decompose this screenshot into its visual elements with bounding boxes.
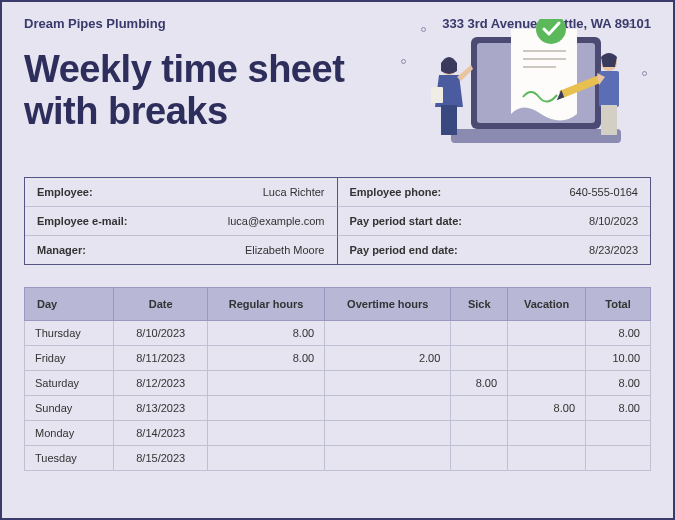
svg-rect-12 [601,105,617,135]
cell-regular [208,446,325,471]
hero-illustration [391,19,651,159]
info-email: Employee e-mail: luca@example.com [25,207,338,236]
cell-vacation [508,446,586,471]
cell-sick [451,446,508,471]
cell-day: Saturday [25,371,114,396]
table-row: Saturday8/12/20238.008.00 [25,371,651,396]
cell-day: Friday [25,346,114,371]
cell-total: 8.00 [586,321,651,346]
cell-vacation [508,421,586,446]
cell-total [586,421,651,446]
cell-overtime [325,446,451,471]
cell-overtime [325,396,451,421]
cell-date: 8/13/2023 [114,396,208,421]
info-phone: Employee phone: 640-555-0164 [338,178,651,207]
cell-regular [208,371,325,396]
table-row: Thursday8/10/20238.008.00 [25,321,651,346]
cell-total: 8.00 [586,396,651,421]
col-sick: Sick [451,288,508,321]
cell-regular: 8.00 [208,321,325,346]
timesheet-table: Day Date Regular hours Overtime hours Si… [24,287,651,471]
page-title: Weekly time sheet with breaks [24,49,374,133]
cell-date: 8/10/2023 [114,321,208,346]
cell-total [586,446,651,471]
cell-regular [208,396,325,421]
cell-overtime: 2.00 [325,346,451,371]
info-end-date: Pay period end date: 8/23/2023 [338,236,651,264]
cell-regular: 8.00 [208,346,325,371]
cell-sick [451,346,508,371]
svg-rect-8 [441,105,457,135]
table-row: Tuesday8/15/2023 [25,446,651,471]
cell-vacation [508,346,586,371]
cell-sick [451,421,508,446]
info-manager: Manager: Elizabeth Moore [25,236,338,264]
company-name: Dream Pipes Plumbing [24,16,166,31]
col-overtime: Overtime hours [325,288,451,321]
cell-regular [208,421,325,446]
info-employee: Employee: Luca Richter [25,178,338,207]
cell-vacation [508,371,586,396]
cell-overtime [325,371,451,396]
table-row: Friday8/11/20238.002.0010.00 [25,346,651,371]
table-row: Monday8/14/2023 [25,421,651,446]
table-header-row: Day Date Regular hours Overtime hours Si… [25,288,651,321]
cell-total: 10.00 [586,346,651,371]
cell-day: Sunday [25,396,114,421]
cell-day: Monday [25,421,114,446]
cell-date: 8/11/2023 [114,346,208,371]
svg-rect-9 [431,87,443,103]
cell-total: 8.00 [586,371,651,396]
cell-overtime [325,421,451,446]
employee-info-grid: Employee: Luca Richter Employee phone: 6… [24,177,651,265]
col-date: Date [114,288,208,321]
cell-vacation: 8.00 [508,396,586,421]
cell-date: 8/15/2023 [114,446,208,471]
info-start-date: Pay period start date: 8/10/2023 [338,207,651,236]
cell-sick: 8.00 [451,371,508,396]
col-regular: Regular hours [208,288,325,321]
cell-day: Tuesday [25,446,114,471]
cell-sick [451,321,508,346]
col-total: Total [586,288,651,321]
cell-date: 8/14/2023 [114,421,208,446]
cell-sick [451,396,508,421]
table-row: Sunday8/13/20238.008.00 [25,396,651,421]
cell-overtime [325,321,451,346]
svg-rect-2 [451,129,621,143]
col-vacation: Vacation [508,288,586,321]
cell-day: Thursday [25,321,114,346]
col-day: Day [25,288,114,321]
cell-date: 8/12/2023 [114,371,208,396]
cell-vacation [508,321,586,346]
